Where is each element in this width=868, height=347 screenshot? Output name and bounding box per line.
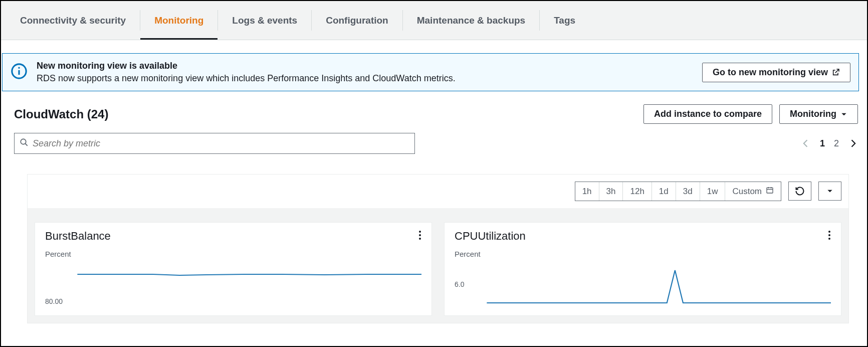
chart-plot: 6.0 — [455, 265, 831, 305]
metrics-panel: 1h 3h 12h 1d 3d 1w Custom — [27, 174, 849, 323]
svg-point-11 — [419, 238, 421, 240]
tools-row: 1 2 — [14, 133, 858, 154]
go-to-new-view-button[interactable]: Go to new monitoring view — [702, 63, 850, 82]
time-range-3d[interactable]: 3d — [676, 182, 700, 201]
chart-plot: 80.00 — [45, 265, 421, 305]
button-label: Add instance to compare — [654, 109, 762, 119]
time-range-12h[interactable]: 12h — [622, 182, 651, 201]
info-alert: New monitoring view is available RDS now… — [2, 53, 859, 91]
svg-point-3 — [21, 139, 26, 144]
page-root: Connectivity & security Monitoring Logs … — [0, 0, 868, 347]
time-range-1w[interactable]: 1w — [700, 182, 725, 201]
svg-line-4 — [25, 143, 28, 146]
line-chart-svg — [455, 265, 831, 305]
info-icon — [11, 63, 28, 82]
alert-body: New monitoring view is available RDS now… — [37, 61, 702, 84]
tab-connectivity-security[interactable]: Connectivity & security — [6, 1, 140, 40]
alert-title: New monitoring view is available — [37, 61, 702, 71]
tab-configuration[interactable]: Configuration — [312, 1, 402, 40]
button-label: Go to new monitoring view — [713, 67, 828, 78]
chart-title: BurstBalance — [45, 230, 111, 243]
section-title: CloudWatch (24) — [14, 107, 108, 121]
tab-tags[interactable]: Tags — [540, 1, 589, 40]
tab-label: Logs & events — [232, 15, 297, 26]
time-range-1h[interactable]: 1h — [575, 182, 599, 201]
pagination: 1 2 — [801, 138, 858, 149]
search-input[interactable] — [29, 138, 409, 149]
charts-grid: BurstBalance Percent 80.00 — [28, 208, 848, 323]
tab-label: Connectivity & security — [20, 15, 126, 26]
svg-rect-5 — [767, 188, 773, 193]
refresh-button[interactable] — [788, 182, 811, 201]
section-actions: Add instance to compare Monitoring — [643, 104, 858, 124]
pager-page-1[interactable]: 1 — [820, 138, 825, 149]
caret-down-icon — [840, 111, 847, 118]
custom-label: Custom — [732, 187, 762, 197]
alert-text: RDS now supports a new monitoring view w… — [37, 73, 702, 84]
svg-point-12 — [828, 231, 830, 233]
chart-title: CPUUtilization — [455, 230, 526, 243]
add-instance-compare-button[interactable]: Add instance to compare — [643, 104, 772, 124]
tab-maintenance-backups[interactable]: Maintenance & backups — [403, 1, 539, 40]
section-header: CloudWatch (24) Add instance to compare … — [14, 104, 858, 124]
pager-next[interactable] — [848, 138, 858, 148]
pager-prev[interactable] — [801, 138, 811, 148]
external-link-icon — [832, 68, 840, 76]
ytick-label: 6.0 — [455, 280, 464, 288]
svg-point-13 — [828, 234, 830, 236]
monitoring-dropdown-button[interactable]: Monitoring — [779, 104, 858, 124]
tab-label: Configuration — [326, 15, 388, 26]
tab-label: Monitoring — [154, 15, 203, 26]
time-range-bar: 1h 3h 12h 1d 3d 1w Custom — [28, 175, 848, 201]
tabs-bar: Connectivity & security Monitoring Logs … — [1, 1, 867, 40]
svg-point-9 — [419, 231, 421, 233]
tab-monitoring[interactable]: Monitoring — [140, 1, 218, 40]
chart-menu-icon[interactable] — [418, 230, 421, 242]
time-range-1d[interactable]: 1d — [652, 182, 676, 201]
chart-card-burstbalance: BurstBalance Percent 80.00 — [35, 222, 432, 316]
ytick-label: 80.00 — [45, 297, 63, 305]
tab-label: Maintenance & backups — [417, 15, 525, 26]
chart-unit: Percent — [455, 250, 831, 258]
chart-menu-icon[interactable] — [828, 230, 831, 242]
line-chart-svg — [45, 265, 421, 305]
chart-unit: Percent — [45, 250, 421, 258]
metric-search[interactable] — [14, 133, 415, 154]
cloudwatch-section: CloudWatch (24) Add instance to compare … — [1, 91, 867, 323]
pager-page-2[interactable]: 2 — [834, 138, 839, 149]
svg-point-2 — [18, 67, 20, 69]
tab-label: Tags — [554, 15, 575, 26]
refresh-options-dropdown[interactable] — [818, 182, 841, 201]
time-range-custom[interactable]: Custom — [725, 182, 781, 201]
svg-point-14 — [828, 238, 830, 240]
svg-point-10 — [419, 234, 421, 236]
chart-card-cpuutilization: CPUUtilization Percent 6.0 — [444, 222, 841, 316]
tab-logs-events[interactable]: Logs & events — [218, 1, 311, 40]
button-label: Monitoring — [790, 109, 836, 119]
time-range-3h[interactable]: 3h — [599, 182, 623, 201]
search-icon — [20, 138, 29, 149]
time-range-segmented: 1h 3h 12h 1d 3d 1w Custom — [575, 182, 781, 201]
calendar-icon — [766, 186, 774, 197]
